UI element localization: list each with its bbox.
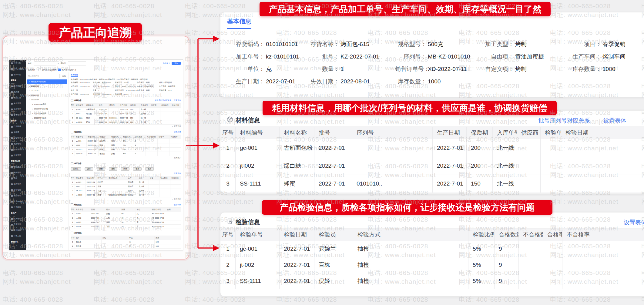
table-row[interactable]: 2原料库克100 bbox=[71, 244, 181, 249]
mini-sidebar-item[interactable]: 生产管理 bbox=[9, 216, 26, 222]
mini-sidebar-item[interactable]: 零售管理 bbox=[9, 112, 26, 118]
mini-serial-input[interactable] bbox=[68, 61, 86, 65]
column-header: 检验方式 bbox=[353, 229, 468, 241]
mini-sidebar-item[interactable]: 询价管理 bbox=[9, 106, 26, 112]
table-row[interactable]: 4xs-0042022-7-01习宜20克XD-2022-07-11 bbox=[71, 225, 181, 229]
mini-sidebar-item[interactable]: 新商贸 bbox=[9, 118, 26, 124]
table-row[interactable]: 2xs-0022022-7-01百栋40克XD-2022-07-11 bbox=[71, 216, 181, 220]
mini-sidebar-item[interactable]: 电商通 bbox=[9, 89, 26, 95]
table-row[interactable]: 2jt-002绵白糖2022-7-012022-7-01200北一线 bbox=[71, 112, 181, 116]
mini-tree-item[interactable]: 20220704|绵白糖 bbox=[27, 107, 67, 111]
mini-sidebar-item[interactable]: 新零售 bbox=[9, 78, 26, 83]
mini-tree-item[interactable]: 20220703 bbox=[27, 93, 67, 98]
mini-sidebar-item[interactable]: 质检 bbox=[9, 176, 26, 181]
mini-tab-basic-info[interactable]: 基本信息 bbox=[71, 74, 78, 77]
mini-sidebar-item[interactable]: 分销管理 bbox=[9, 152, 26, 158]
table-row[interactable]: 3xs-0032022-7-01倪姬30克XD-2022-07-11 bbox=[71, 220, 181, 225]
table-row[interactable]: 1xs-0012022-7-01晨光90克XD-2022-07-11 bbox=[71, 212, 181, 216]
table-row[interactable]: 1成品库克100 bbox=[71, 240, 181, 244]
column-header: 检验信息 bbox=[170, 176, 181, 180]
mini-sidebar-item[interactable]: 采购管理 bbox=[9, 170, 26, 176]
column-header: 工序 bbox=[127, 176, 138, 180]
mini-expand-more-link[interactable]: 展开更多 bbox=[71, 156, 181, 159]
mini-sidebar-item[interactable]: 智慧门店 bbox=[9, 95, 26, 101]
mini-sidebar-item[interactable]: 智能财税 bbox=[9, 239, 26, 245]
table-row[interactable]: 3 SS-1111 2022-7-01 倪姬 抽检 5% 9 bbox=[220, 273, 644, 289]
mini-sidebar-item[interactable]: 微信营销 bbox=[9, 83, 26, 89]
mini-barcode-link[interactable]: 条码录入 bbox=[163, 62, 170, 65]
mini-sidebar-item[interactable]: 合伙人管理 bbox=[9, 66, 26, 72]
mini-tree-search-input[interactable]: 输入搜索内容 bbox=[27, 74, 60, 78]
table-row[interactable]: 3SS-1111蜂蜜2022-7-010101010..2022-7-01150… bbox=[71, 116, 181, 120]
mini-sidebar-item[interactable]: 跑店管理 bbox=[9, 141, 26, 147]
batch-serial-relation-link[interactable]: 批号序列号对应关系 bbox=[538, 117, 590, 125]
set-table-link[interactable]: 设置表体 bbox=[603, 117, 626, 125]
mini-sidebar-item[interactable]: 智能供应链 bbox=[9, 158, 26, 164]
mini-set-table-link[interactable]: 设置表体 bbox=[174, 131, 181, 133]
mini-locate-button[interactable]: 定位 bbox=[61, 74, 67, 78]
mini-checkbox-process[interactable] bbox=[58, 69, 61, 71]
basic-field: 存货名称：烤面包-615 bbox=[308, 40, 395, 48]
mini-sidebar-item[interactable]: 智能选品 bbox=[9, 164, 26, 170]
table-row[interactable]: 3 SS-1111 蜂蜜 2022-7-01 0101010.. 2022-7-… bbox=[220, 175, 644, 193]
mini-tree-item[interactable]: 20220704|奶油 bbox=[27, 116, 67, 120]
mini-set-table-link[interactable]: 设置表体 bbox=[174, 204, 181, 206]
table-row[interactable]: 3SS-11112022-7-01习宜面加工北一线 bbox=[71, 189, 181, 193]
column-header: 报工数量 bbox=[159, 176, 170, 180]
field-value: 1000 bbox=[602, 66, 615, 72]
field-label: 失效日期： bbox=[308, 78, 339, 85]
mini-tree-item[interactable]: 20220704|蜂蜜 bbox=[27, 111, 67, 116]
mini-tree-label: 20220702 bbox=[31, 90, 39, 92]
column-header: 合格率 bbox=[158, 135, 169, 139]
table-row[interactable]: 1 gc-001 2022-7-01 晁婉兰 抽检 5% 9 bbox=[220, 241, 644, 257]
table-row[interactable]: 4sy-00102022-7-01潭楼畅捷通信息技术股份有限公司面加工北一线 bbox=[71, 193, 181, 197]
mini-expand-more-link[interactable]: 展开更多 bbox=[71, 125, 181, 128]
mini-batch-serial-link[interactable]: 批号序列号对应关系 bbox=[155, 99, 171, 102]
mini-tree-item[interactable]: 20220704|面粉 bbox=[27, 102, 67, 107]
table-row[interactable]: 4sy-00102022-7-01翟厚发抽检5%9 bbox=[71, 152, 181, 156]
mini-sidebar-item[interactable]: 电商通 bbox=[9, 129, 26, 135]
watermark-phone: 电话: 400-665-0028 bbox=[94, 2, 154, 10]
mini-sidebar-item[interactable]: 委外加工 bbox=[9, 227, 26, 233]
mini-sidebar-item[interactable]: 促销管理 bbox=[9, 135, 26, 141]
table-row[interactable]: 1gc-0012022-7-01晁婉兰抽检5%9 bbox=[71, 139, 181, 143]
table-row[interactable]: 1gc-001古船面包粉2022-7-012022-7-01200北一线 bbox=[71, 108, 181, 112]
mini-sidebar-item[interactable]: 京东WMS bbox=[9, 199, 26, 204]
mini-sidebar-item[interactable]: 工序管理 bbox=[9, 222, 26, 227]
mini-expand-more-link[interactable]: 展开更多 bbox=[71, 197, 181, 201]
mini-sidebar-item[interactable]: 配送管理 bbox=[9, 181, 26, 187]
mini-sidebar-item[interactable]: 任务跟踪 bbox=[9, 204, 26, 210]
mini-sidebar-item[interactable]: 会员管理 bbox=[9, 101, 26, 106]
mini-sidebar-item[interactable]: 销售管理 bbox=[9, 147, 26, 152]
tab-basic-info[interactable]: 基本信息 bbox=[227, 17, 251, 29]
table-row[interactable]: 2 jt-002 2022-7-01 百栋 抽检 5% 9 bbox=[220, 257, 644, 273]
table-row[interactable]: 4sy-0010奶油2022-7-0110101012022-7-01120北一… bbox=[71, 120, 181, 125]
mini-set-table-link[interactable]: 设置表体 bbox=[174, 99, 181, 102]
table-row[interactable]: 1 gc-001 古船面包粉 2022-7-01 2022-7-01 200 北… bbox=[220, 139, 644, 157]
mini-sidebar-item[interactable]: 经营分析 bbox=[9, 60, 26, 66]
table-row[interactable]: 2 jt-002 绵白糖 2022-7-01 2022-7-01 200 北一线 bbox=[220, 157, 644, 175]
mini-tree-item[interactable]: 20220704 bbox=[27, 98, 67, 102]
mini-sidebar-item[interactable]: 计件工资 bbox=[9, 233, 26, 239]
table-row[interactable]: 2jt-0022022-7-01百栋抽检5%9 bbox=[71, 143, 181, 148]
mini-sidebar-item[interactable]: 报表中心 bbox=[9, 72, 26, 78]
mini-tree-item[interactable]: 20220702 bbox=[27, 89, 67, 93]
mini-sidebar-item[interactable]: 物流管理 bbox=[9, 193, 26, 199]
mini-sidebar-item[interactable]: 新生产 bbox=[9, 210, 26, 216]
mini-tree-item[interactable]: 20220701 bbox=[27, 84, 67, 89]
field-label: 生产日期： bbox=[220, 78, 265, 85]
mini-stock-input[interactable] bbox=[34, 61, 56, 65]
mini-checkbox-material[interactable] bbox=[38, 69, 41, 71]
table-row[interactable]: 2jt-0022022-7-01浩湘面加工北一线 bbox=[71, 185, 181, 189]
mini-sidebar-item[interactable]: 订货商城 bbox=[9, 124, 26, 129]
table-row[interactable]: 3SS-11112022-7-01倪姬抽检5%9 bbox=[71, 148, 181, 152]
mini-set-table-link[interactable]: 设置表体 bbox=[174, 173, 181, 175]
column-header: 不合格数量 bbox=[519, 229, 543, 241]
mini-sidebar-item[interactable]: 移动仓管 bbox=[9, 187, 26, 193]
table-row[interactable]: 1gc-0012022-7-01利志艺面加工北一线 bbox=[71, 180, 181, 185]
mini-tree-item[interactable]: 烤面包-615的追溯 bbox=[27, 79, 67, 84]
set-table-link[interactable]: 设置表体 bbox=[624, 219, 644, 226]
mini-production-section: 生产信息 面加工调味发酵成型烘烤整形包装 设置表体 序号报工单号报工日期经手人委… bbox=[71, 162, 181, 201]
process-step: 发酵 bbox=[93, 167, 105, 171]
mini-query-button[interactable]: 查询 bbox=[172, 62, 181, 65]
